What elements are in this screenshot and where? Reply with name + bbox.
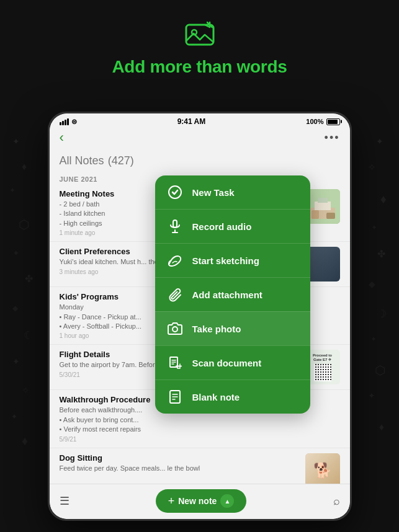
note-thumbnail: Proceed toGate E7 ✈ xyxy=(305,350,340,384)
menu-label: Start sketching xyxy=(192,255,259,266)
hero-image-icon xyxy=(184,19,216,51)
svg-point-12 xyxy=(173,327,177,332)
menu-label: New Task xyxy=(192,187,235,198)
scan-icon xyxy=(166,354,184,371)
svg-rect-6 xyxy=(312,210,319,219)
menu-item-blank-note[interactable]: Blank note xyxy=(155,379,310,414)
note-body: Feed twice per day. Space meals... le th… xyxy=(60,464,299,473)
menu-label: Add attachment xyxy=(192,290,262,300)
back-button[interactable]: ‹ xyxy=(60,130,64,146)
menu-item-new-task[interactable]: New Task xyxy=(155,175,310,209)
menu-icon[interactable]: ☰ xyxy=(60,494,69,508)
menu-item-start-sketching[interactable]: Start sketching xyxy=(155,243,310,277)
menu-item-add-attachment[interactable]: Add attachment xyxy=(155,277,310,311)
battery-label: 100% xyxy=(306,118,323,125)
chevron-up-icon[interactable]: ▲ xyxy=(220,494,234,508)
menu-label: Take photo xyxy=(192,324,241,334)
menu-label: Scan document xyxy=(192,358,262,368)
status-left: ⊜ xyxy=(60,118,77,126)
note-thumbnail: 🐕 xyxy=(305,453,340,484)
signal-bars xyxy=(60,118,69,125)
blank-note-icon xyxy=(166,388,184,406)
device-frame: ⊜ 9:41 AM 100% ‹ ••• All Notes (427) JUN… xyxy=(48,112,352,521)
menu-label: Record audio xyxy=(192,221,252,232)
svg-rect-5 xyxy=(318,198,328,203)
hero-section: Add more than words xyxy=(0,19,399,77)
battery-icon xyxy=(326,118,340,125)
note-thumbnail xyxy=(305,189,340,224)
more-button[interactable]: ••• xyxy=(325,131,340,144)
action-menu: New Task Record audio xyxy=(155,175,310,414)
attachment-icon xyxy=(166,286,184,303)
all-notes-header: All Notes (427) xyxy=(50,149,350,172)
menu-item-take-photo[interactable]: Take photo xyxy=(155,311,310,345)
sketch-icon xyxy=(166,252,184,269)
all-notes-title: All Notes (427) xyxy=(60,152,340,168)
note-time: 5/9/21 xyxy=(60,436,334,443)
note-content: Dog Sitting Feed twice per day. Space me… xyxy=(60,453,305,474)
note-item[interactable]: Dog Sitting Feed twice per day. Space me… xyxy=(50,448,350,484)
menu-item-record-audio[interactable]: Record audio xyxy=(155,209,310,243)
hero-title: Add more than words xyxy=(112,57,287,77)
nav-bar: ‹ ••• xyxy=(50,127,350,149)
status-bar: ⊜ 9:41 AM 100% xyxy=(50,113,350,127)
microphone-icon xyxy=(166,218,184,235)
new-note-label: New note xyxy=(178,496,217,506)
wifi-icon: ⊜ xyxy=(71,118,77,126)
menu-item-scan-document[interactable]: Scan document xyxy=(155,345,310,379)
plus-icon: + xyxy=(168,495,175,508)
search-icon[interactable]: ⌕ xyxy=(333,495,340,508)
bottom-bar: ☰ + New note ▲ ⌕ xyxy=(50,484,350,519)
status-right: 100% xyxy=(306,118,339,125)
task-icon xyxy=(166,184,184,201)
note-thumbnail xyxy=(305,247,340,282)
svg-rect-4 xyxy=(315,202,331,210)
status-time: 9:41 AM xyxy=(177,117,206,126)
new-note-button[interactable]: + New note ▲ xyxy=(156,489,247,513)
note-title: Dog Sitting xyxy=(60,453,299,463)
device-screen: ⊜ 9:41 AM 100% ‹ ••• All Notes (427) JUN… xyxy=(50,113,350,519)
menu-label: Blank note xyxy=(192,392,240,402)
camera-icon xyxy=(166,320,184,337)
svg-rect-7 xyxy=(326,213,335,219)
